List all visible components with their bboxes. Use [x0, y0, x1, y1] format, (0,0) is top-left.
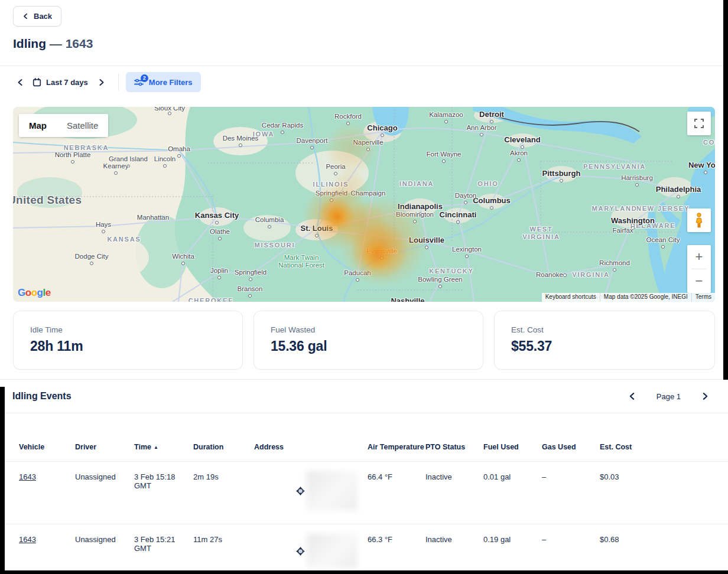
idling-events-section: Idling Events Page 1 Vehicle Driver [0, 380, 728, 573]
column-header-est-cost[interactable]: Est. Cost [600, 443, 716, 451]
time-cell: 3 Feb 15:21 GMT [134, 524, 193, 553]
keyboard-shortcuts-link[interactable]: Keyboard shortcuts [542, 293, 600, 302]
map-city-label: Hays [96, 221, 111, 229]
map-city-label: Lincoln [154, 155, 176, 163]
air-temperature-cell: 66.3 °F [368, 524, 425, 544]
pto-status-cell: Inactive [425, 462, 483, 481]
map-city-dot [563, 273, 567, 277]
page-title: Idling — 1643 [13, 37, 728, 51]
map-city-dot [248, 294, 252, 298]
map-city-label: Detroit [479, 110, 504, 119]
map-city-dot [356, 278, 359, 282]
time-cell: 3 Feb 15:18 GMT [134, 462, 193, 490]
fullscreen-button[interactable] [687, 112, 711, 135]
more-filters-button[interactable]: 2 More Filters [126, 72, 201, 92]
zoom-in-button[interactable]: + [687, 245, 711, 269]
map-city-label: Louisville [409, 236, 444, 245]
column-header-driver[interactable]: Driver [75, 443, 134, 451]
screenshot-edge [0, 570, 728, 574]
map-city-label: Dayton [455, 192, 476, 200]
page-next-button[interactable] [697, 390, 713, 403]
address-cell [296, 534, 368, 568]
column-header-fuel-used[interactable]: Fuel Used [483, 443, 542, 451]
column-header-duration[interactable]: Duration [193, 443, 254, 451]
zoom-out-button[interactable]: − [687, 269, 711, 293]
terms-link[interactable]: Terms [691, 293, 715, 302]
map-state-label: OHIO [477, 180, 498, 188]
date-prev-button[interactable] [13, 76, 28, 89]
map-state-label: PENNSYLVANIA [583, 163, 646, 171]
air-temperature-cell: 66.4 °F [368, 462, 425, 481]
map-city-label: Cleveland [504, 136, 540, 145]
map-city-dot [168, 112, 171, 115]
map-city-dot [413, 220, 417, 223]
est-cost-cell: $0.68 [600, 524, 716, 544]
map-city-label: Cincinnati [440, 211, 477, 220]
map-state-label: MISSOURI [255, 242, 295, 249]
stat-card-est-cost: Est. Cost $55.37 [494, 311, 715, 370]
column-header-air-temperature[interactable]: Air Temperature [368, 443, 425, 451]
chevron-right-icon [98, 79, 105, 86]
locate-icon[interactable] [296, 487, 305, 495]
page-prev-button[interactable] [625, 390, 640, 403]
date-range-selector[interactable]: Last 7 days [32, 78, 88, 87]
column-header-vehicle[interactable]: Vehicle [19, 443, 75, 451]
map-state-label: ILLINOIS [313, 181, 349, 188]
map-city-label: Fairfax [612, 227, 633, 234]
map-type-map-button[interactable]: Map [19, 114, 57, 137]
map-city-label: Ann Arbor [466, 124, 496, 132]
map-type-satellite-button[interactable]: Satellite [57, 114, 108, 137]
map-city-dot [239, 144, 242, 147]
map-city-label: Columbus [473, 197, 511, 206]
title-separator: — [50, 37, 62, 50]
vehicle-cell: 1643 [19, 524, 75, 544]
map-city-label: Wichita [172, 253, 194, 260]
column-header-time[interactable]: Time ▲ [134, 443, 193, 451]
chevron-left-icon [22, 13, 29, 19]
vehicle-link[interactable]: 1643 [19, 535, 36, 544]
map-labels-layer: United StatesIOWANEBRASKAKANSASMISSOURII… [13, 107, 715, 302]
map-city-label: Rockford [334, 113, 362, 120]
column-header-pto-status[interactable]: PTO Status [425, 443, 483, 451]
column-header-gas-used[interactable]: Gas Used [542, 443, 600, 451]
map-type-control: Map Satellite [19, 114, 108, 137]
stat-label: Est. Cost [511, 325, 698, 334]
pegman-control[interactable] [687, 208, 711, 232]
back-button[interactable]: Back [13, 6, 61, 27]
driver-cell: Unassigned [75, 462, 134, 481]
report-name: Idling [13, 37, 46, 50]
address-cell [296, 471, 368, 510]
map-city-dot [521, 145, 524, 149]
map-city-dot [704, 171, 707, 174]
vehicle-link[interactable]: 1643 [19, 472, 36, 481]
map-city-label: Harrisburg [621, 174, 653, 182]
filter-count-badge: 2 [141, 74, 148, 82]
map-city-label: Dodge City [75, 253, 109, 260]
date-next-button[interactable] [94, 76, 109, 89]
column-header-address[interactable]: Address [254, 443, 368, 451]
map-city-dot [114, 171, 118, 175]
map-city-label: Akron [510, 149, 528, 157]
map-city-label: Bloomington [396, 211, 434, 218]
stat-card-idle-time: Idle Time 28h 11m [13, 311, 243, 370]
map-state-label: KANSAS [107, 236, 141, 243]
locate-icon[interactable] [296, 547, 305, 556]
map[interactable]: United StatesIOWANEBRASKAKANSASMISSOURII… [13, 107, 715, 302]
chevron-right-icon [701, 392, 709, 400]
map-city-label: Ocean City [646, 236, 680, 244]
map-city-dot [517, 158, 521, 162]
map-city-dot [380, 256, 384, 260]
map-city-dot [71, 160, 74, 164]
map-state-label: VIRGINIA [572, 271, 609, 279]
duration-cell: 11m 27s [193, 524, 254, 544]
driver-cell: Unassigned [75, 524, 134, 544]
map-city-dot [366, 148, 370, 151]
table-row: 1643 Unassigned 3 Feb 15:18 GMT 2m 19s 6… [0, 462, 728, 524]
map-city-dot [215, 221, 219, 224]
map-city-label: Pittsburgh [542, 169, 581, 178]
map-city-label: Nashville [391, 297, 424, 302]
map-city-dot [218, 237, 222, 240]
map-state-label: MARYLAND [592, 205, 638, 213]
map-city-label: Kearney [103, 162, 129, 170]
stat-label: Idle Time [30, 325, 226, 334]
